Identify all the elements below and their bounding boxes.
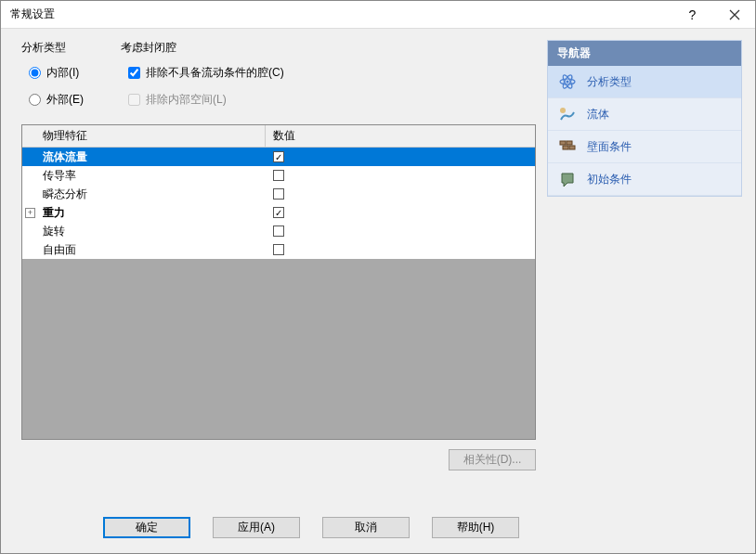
nav-item-2[interactable]: 壁面条件 <box>548 131 741 163</box>
nav-item-3[interactable]: 初始条件 <box>548 163 741 196</box>
cavity-legend: 考虑封闭腔 <box>121 40 284 56</box>
nav-item-label: 初始条件 <box>587 172 632 187</box>
wall-icon <box>557 136 578 157</box>
apply-button[interactable]: 应用(A) <box>213 517 300 538</box>
row-checkbox[interactable] <box>273 170 284 181</box>
help-button[interactable]: ? <box>671 1 713 29</box>
svg-rect-5 <box>560 141 566 145</box>
svg-point-4 <box>560 108 566 113</box>
table-row[interactable]: 自由面 <box>22 240 535 259</box>
svg-point-3 <box>567 81 569 84</box>
row-checkbox[interactable] <box>273 244 284 255</box>
fluid-icon <box>557 104 578 124</box>
check-exclude-no-flow[interactable]: 排除不具备流动条件的腔(C) <box>128 65 284 81</box>
check-exclude-internal: 排除内部空间(L) <box>128 92 284 108</box>
nav-item-0[interactable]: 分析类型 <box>548 66 741 98</box>
table-row[interactable]: 传导率 <box>22 166 535 185</box>
init-icon <box>557 169 578 189</box>
row-label: 瞬态分析 <box>43 187 87 202</box>
col-header-name: 物理特征 <box>22 125 266 147</box>
close-button[interactable] <box>713 1 755 29</box>
row-label: 旋转 <box>43 224 65 239</box>
col-header-value: 数值 <box>266 125 535 147</box>
radio-external[interactable]: 外部(E) <box>29 92 84 108</box>
table-row[interactable]: 流体流量✓ <box>22 148 535 166</box>
svg-rect-6 <box>567 141 572 145</box>
row-label: 重力 <box>43 205 65 221</box>
radio-internal[interactable]: 内部(I) <box>29 65 84 81</box>
row-checkbox[interactable] <box>273 188 284 200</box>
radio-internal-input[interactable] <box>29 67 41 79</box>
navigator-panel: 导航器 分析类型流体壁面条件初始条件 <box>547 40 742 197</box>
table-row[interactable]: 瞬态分析 <box>22 185 535 203</box>
cancel-button[interactable]: 取消 <box>322 517 410 538</box>
navigator-header: 导航器 <box>548 41 741 66</box>
dialog-footer: 确定 应用(A) 取消 帮助(H) <box>1 503 755 551</box>
row-label: 自由面 <box>43 242 76 258</box>
titlebar: 常规设置 ? <box>1 1 755 29</box>
dependency-button[interactable]: 相关性(D)... <box>449 449 536 470</box>
row-checkbox[interactable]: ✓ <box>273 151 284 162</box>
analysis-type-group: 分析类型 内部(I) 外部(E) <box>21 40 84 119</box>
check-exclude-no-flow-input[interactable] <box>128 67 140 79</box>
check-exclude-internal-input <box>128 94 140 106</box>
ok-button[interactable]: 确定 <box>103 517 190 538</box>
expand-icon[interactable]: + <box>25 208 35 218</box>
analysis-type-legend: 分析类型 <box>21 40 84 56</box>
cavity-group: 考虑封闭腔 排除不具备流动条件的腔(C) 排除内部空间(L) <box>121 40 284 119</box>
radio-external-input[interactable] <box>29 94 41 106</box>
row-label: 传导率 <box>43 168 76 184</box>
svg-rect-7 <box>563 146 568 149</box>
nav-item-label: 分析类型 <box>587 74 632 90</box>
table-row[interactable]: 旋转 <box>22 222 535 240</box>
nav-item-label: 壁面条件 <box>587 139 632 155</box>
row-label: 流体流量 <box>43 149 87 165</box>
window-title: 常规设置 <box>10 6 671 22</box>
atom-icon <box>557 71 578 92</box>
table-row[interactable]: +重力✓ <box>22 203 535 222</box>
help-footer-button[interactable]: 帮助(H) <box>432 517 519 538</box>
svg-rect-8 <box>569 146 575 149</box>
nav-item-1[interactable]: 流体 <box>548 98 741 131</box>
close-icon <box>729 9 740 20</box>
table-header: 物理特征 数值 <box>22 125 535 148</box>
physics-table: 物理特征 数值 流体流量✓传导率瞬态分析+重力✓旋转自由面 <box>21 124 536 440</box>
row-checkbox[interactable]: ✓ <box>273 207 284 218</box>
row-checkbox[interactable] <box>273 225 284 237</box>
nav-item-label: 流体 <box>587 107 609 122</box>
